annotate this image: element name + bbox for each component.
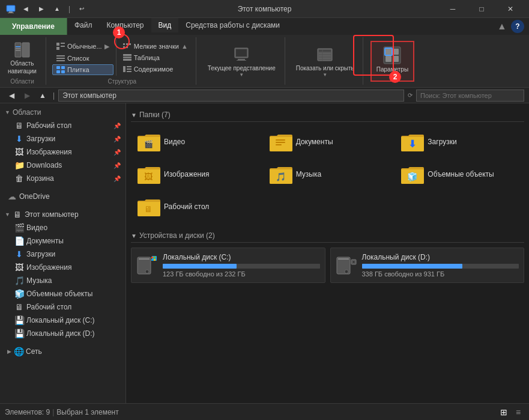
view-option-content[interactable]: Содержимое xyxy=(119,64,192,75)
view-option-table[interactable]: Таблица xyxy=(119,52,192,63)
disk-d-item[interactable]: Локальный диск (D:) 338 ГБ свободно из 9… xyxy=(330,248,525,283)
sidebar-item-images[interactable]: 🖼 Изображения 📌 xyxy=(0,145,125,159)
items-count: Элементов: 9 xyxy=(5,408,50,416)
svg-rect-42 xyxy=(385,49,391,55)
sidebar-item-images2[interactable]: 🖼 Изображения xyxy=(0,261,125,274)
tab-view[interactable]: Вид xyxy=(151,18,179,32)
app-icon xyxy=(5,3,17,15)
sidebar-section-this-pc: ▼ 🖥 Этот компьютер 🎬 Видео 📄 Документы ⬇… xyxy=(0,205,125,342)
minimize-button[interactable]: ─ xyxy=(439,0,467,18)
disk-c-item[interactable]: Локальный диск (C:) 123 ГБ свободно из 2… xyxy=(131,248,325,283)
tab-file[interactable]: Файл xyxy=(67,18,100,32)
video-label: Видео xyxy=(26,224,47,232)
address-path[interactable]: Этот компьютер xyxy=(58,90,404,102)
folder-images[interactable]: 🖼 Изображения xyxy=(131,159,261,189)
search-input[interactable] xyxy=(416,90,524,102)
show-hide-label: Показать или скрыть xyxy=(296,64,354,72)
show-hide-button[interactable]: Показать или скрыть ▼ xyxy=(292,43,358,80)
svg-rect-24 xyxy=(123,54,131,56)
tab-disk-tools[interactable]: Средства работы с дисками xyxy=(178,18,287,32)
images-icon: 🖼 xyxy=(14,147,24,157)
sidebar-item-disk-c[interactable]: 💾 Локальный диск (C:) xyxy=(0,314,125,327)
quick-access-undo[interactable]: ↩ xyxy=(75,2,88,16)
sidebar-item-this-pc[interactable]: ▼ 🖥 Этот компьютер xyxy=(0,208,125,221)
disk-d-icon: 💾 xyxy=(14,329,24,338)
network-icon: 🌐 xyxy=(14,347,23,356)
folders-toggle[interactable]: ▼ xyxy=(131,112,137,118)
ribbon-group-show-hide: Показать или скрыть ▼ xyxy=(288,37,363,85)
folder-video[interactable]: 🎬 Видео xyxy=(131,127,261,157)
sidebar-item-disk-d[interactable]: 💾 Локальный диск (D:) xyxy=(0,327,125,340)
view-option-normal[interactable]: Обычные... ▶ xyxy=(52,41,113,52)
view-option-small-icons[interactable]: Мелкие значки ▲ xyxy=(119,41,192,52)
sidebar-section-onedrive: ☁ OneDrive xyxy=(0,187,125,205)
options-label: Параметры xyxy=(376,66,408,73)
3d-icon: 🧊 xyxy=(14,289,24,299)
sidebar-item-docs[interactable]: 📄 Документы xyxy=(0,234,125,248)
options-button[interactable]: Параметры ▼ xyxy=(370,41,414,82)
view-option-list[interactable]: Список xyxy=(52,53,113,64)
sidebar-item-recycle[interactable]: 🗑 Корзина 📌 xyxy=(0,172,125,185)
nav-forward-btn[interactable]: ▶ xyxy=(20,90,34,102)
this-pc-chevron: ▼ xyxy=(5,212,10,218)
nav-pane-button[interactable]: Областьнавигации xyxy=(4,37,41,78)
svg-rect-62 xyxy=(154,257,156,258)
tab-computer[interactable]: Компьютер xyxy=(99,18,151,32)
maximize-button[interactable]: □ xyxy=(468,0,495,18)
ribbon-collapse-btn[interactable]: ▲ xyxy=(495,20,509,33)
sidebar-item-desktop2[interactable]: 🖥 Рабочий стол xyxy=(0,300,125,314)
ribbon-content: Областьнавигации Области Обычные... ▶ Сп… xyxy=(0,35,529,88)
sidebar-item-downloads[interactable]: ⬇ Загрузки 📌 xyxy=(0,132,125,145)
current-view-button[interactable]: Текущее представление ▼ xyxy=(204,42,280,81)
help-button[interactable]: ? xyxy=(511,20,524,33)
nav-back-btn[interactable]: ◀ xyxy=(5,90,18,102)
folder-video-icon: 🎬 xyxy=(136,131,160,153)
view-option-tile[interactable]: Плитка xyxy=(52,64,113,75)
sidebar-item-3d[interactable]: 🧊 Объемные объекты xyxy=(0,287,125,300)
details-view-btn[interactable]: ≡ xyxy=(512,406,524,418)
separator-v1 xyxy=(116,40,116,76)
main-layout: ▼ Области 🖥 Рабочий стол 📌 ⬇ Загрузки 📌 … xyxy=(0,103,529,403)
devices-toggle[interactable]: ▼ xyxy=(131,233,137,239)
folder-documents-icon xyxy=(268,131,292,153)
management-tab[interactable]: Управление xyxy=(0,18,67,35)
folder-music[interactable]: 🎵 Музыка xyxy=(263,159,393,189)
svg-rect-50 xyxy=(276,144,282,145)
sidebar-item-onedrive[interactable]: ☁ OneDrive xyxy=(0,190,125,203)
sidebar-section-network: ▶ 🌐 Сеть xyxy=(0,342,125,361)
sidebar-item-downloads-folder[interactable]: 📁 Downloads 📌 xyxy=(0,159,125,172)
current-view-icon xyxy=(232,45,251,64)
folder-desktop[interactable]: 🖥 Рабочий стол xyxy=(131,192,261,222)
sidebar-item-desktop[interactable]: 🖥 Рабочий стол 📌 xyxy=(0,119,125,132)
title-bar: ◀ ▶ ▲ | ↩ Этот компьютер ─ □ ✕ xyxy=(0,0,529,18)
sidebar-item-music[interactable]: 🎵 Музыка xyxy=(0,274,125,287)
sidebar-item-network[interactable]: ▶ 🌐 Сеть xyxy=(0,345,125,358)
svg-rect-61 xyxy=(151,257,153,258)
quick-access-back[interactable]: ◀ xyxy=(19,2,32,16)
quick-access-up[interactable]: ▲ xyxy=(50,2,64,16)
folders-section-header[interactable]: ▼ Папки (7) xyxy=(131,108,524,122)
folder-documents[interactable]: Документы xyxy=(263,127,393,157)
sidebar-item-downloads2[interactable]: ⬇ Загрузки xyxy=(0,248,125,261)
devices-section-header[interactable]: ▼ Устройства и диски (2) xyxy=(131,229,524,243)
close-button[interactable]: ✕ xyxy=(497,0,524,18)
large-icons-view-btn[interactable]: ⊞ xyxy=(498,406,510,418)
quick-access-forward[interactable]: ▶ xyxy=(35,2,48,16)
svg-rect-4 xyxy=(22,43,29,57)
status-right: ⊞ ≡ xyxy=(498,406,524,418)
nav-up-btn[interactable]: ▲ xyxy=(36,90,49,102)
svg-rect-18 xyxy=(61,70,65,73)
ribbon-group-current-view: Текущее представление ▼ xyxy=(199,37,285,85)
disk-d-label: Локальный диск (D:) xyxy=(26,329,95,338)
window-title: Этот компьютер xyxy=(238,5,292,13)
sidebar-item-video[interactable]: 🎬 Видео xyxy=(0,221,125,234)
areas-section-header[interactable]: ▼ Области xyxy=(0,106,125,119)
devices-section-title: Устройства и диски (2) xyxy=(139,231,215,240)
folder-3d[interactable]: 🧊 Объемные объекты xyxy=(394,159,524,189)
layout-group-label: Структура xyxy=(52,78,192,85)
disk-c-fill xyxy=(163,264,237,269)
disk-d-drive-icon xyxy=(336,255,357,276)
folder-downloads[interactable]: ⬇ Загрузки xyxy=(394,127,524,157)
svg-rect-29 xyxy=(127,68,131,70)
svg-rect-34 xyxy=(237,60,246,61)
